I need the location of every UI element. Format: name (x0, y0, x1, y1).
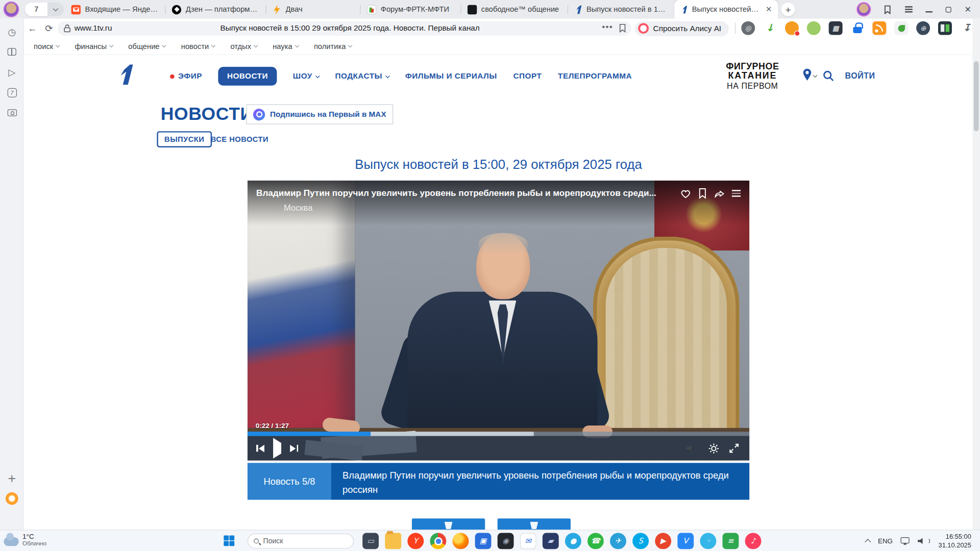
bookmark-folder-finansy[interactable]: финансы (75, 41, 112, 50)
orange-extension-icon[interactable] (785, 21, 799, 35)
bookmark-icon[interactable] (698, 188, 707, 199)
1tv-logo[interactable] (116, 64, 135, 86)
nav-filmy[interactable]: ФИЛЬМЫ И СЕРИАЛЫ (405, 72, 497, 81)
profile-avatar[interactable] (5, 3, 18, 16)
partial-blue-button-2[interactable] (498, 518, 571, 530)
play-button[interactable] (273, 443, 281, 454)
new-tab-button[interactable]: + (781, 3, 795, 16)
windows-start-button[interactable] (224, 535, 234, 546)
video-icon[interactable]: ▷ (0, 68, 24, 77)
rss-extension-icon[interactable] (872, 21, 886, 35)
playlist-icon[interactable] (732, 190, 741, 197)
figure-skating-promo[interactable]: ФИГУРНОЕ КАТАНИЕ НА ПЕРВОМ (716, 62, 789, 90)
video-headline[interactable]: Выпуск новостей в 15:00, 29 октября 2025… (248, 157, 749, 171)
notes-app-icon[interactable]: ≡ (723, 533, 739, 549)
nav-sport[interactable]: СПОРТ (513, 72, 542, 81)
news-counter[interactable]: Новость 5/8 (248, 463, 331, 499)
photos-app-icon[interactable]: ◉ (498, 533, 514, 549)
video-download-extension-icon[interactable]: ↓ (763, 21, 777, 35)
settings-gear-icon[interactable] (708, 443, 719, 454)
login-button[interactable]: ВОЙТИ (845, 71, 875, 81)
sprout-extension-icon[interactable] (807, 21, 821, 35)
mail-app-icon[interactable]: ✉ (520, 533, 536, 549)
grid-extension-icon[interactable]: ▦ (829, 21, 843, 35)
nav-efir[interactable]: ЭФИР (170, 72, 202, 81)
back-button[interactable]: ← (28, 23, 37, 34)
video-player[interactable]: Владимир Путин поручил увеличить уровень… (248, 181, 749, 461)
panels-extension-icon[interactable] (938, 21, 952, 35)
subscribe-max-button[interactable]: Подпишись на Первый в MAX (246, 104, 393, 124)
bookmark-folder-poisk[interactable]: поиск (34, 41, 59, 50)
nav-podkasty[interactable]: ПОДКАСТЫ (335, 72, 388, 81)
progress-bar[interactable] (248, 432, 749, 436)
tab-communication[interactable]: свободное™ общение (461, 0, 568, 19)
recorder-extension-icon[interactable]: ◎ (741, 21, 755, 35)
security-app-icon[interactable]: ▰ (543, 533, 559, 549)
whatsapp-icon[interactable]: ☎ (587, 533, 604, 549)
volume-tray-icon[interactable] (918, 538, 930, 544)
lock-icon[interactable] (64, 24, 70, 33)
next-button[interactable] (290, 444, 298, 452)
network-icon[interactable] (901, 537, 910, 543)
language-indicator[interactable]: ENG (878, 537, 893, 545)
vk-app-icon[interactable]: V (677, 533, 694, 549)
window-maximize-button[interactable] (946, 7, 951, 12)
nav-novosti-active[interactable]: НОВОСТИ (218, 67, 277, 86)
bookmark-folder-obschenie[interactable]: общение (128, 41, 165, 50)
location-pin-icon[interactable] (802, 68, 817, 82)
tab-yandex-mail[interactable]: Входящие — Яндекс Почт (65, 0, 165, 19)
player-app-icon[interactable]: ▶ (655, 533, 671, 549)
skype-icon[interactable]: S (632, 533, 649, 549)
tab-dzen[interactable]: Дзен — платформа для п (165, 0, 265, 19)
messenger-app-icon[interactable]: ● (565, 533, 581, 549)
like-icon[interactable] (680, 188, 691, 199)
history-icon[interactable]: ◷ (0, 28, 24, 37)
tab-dvach[interactable]: Двач (266, 0, 360, 19)
address-more-icon[interactable]: ••• (602, 21, 613, 32)
nav-teleprogramma[interactable]: ТЕЛЕПРОГРАММА (558, 72, 632, 81)
tray-expand-icon[interactable] (865, 539, 871, 545)
folder-icon[interactable] (385, 533, 401, 549)
previous-button[interactable] (256, 444, 264, 452)
window-close-button[interactable]: ✕ (965, 5, 971, 14)
save-app-icon[interactable]: ▣ (475, 533, 492, 549)
bookmark-page-icon[interactable] (619, 24, 626, 33)
globe-extension-icon[interactable]: ⊕ (916, 21, 930, 35)
downloads-tray-icon[interactable]: ↧ (960, 21, 974, 35)
screenshot-icon[interactable] (0, 109, 24, 116)
page-scrollbar[interactable] (972, 19, 980, 530)
partial-blue-button-1[interactable] (412, 518, 485, 530)
taskbar-search[interactable]: Поиск (248, 534, 354, 548)
bookmarks-panel-icon[interactable] (883, 5, 892, 14)
tab-1tv-news[interactable]: Выпуск новостей в 15:00 (568, 0, 674, 19)
tab-1tv-news-active[interactable]: Выпуск новостей в 15: ✕ (674, 0, 778, 19)
scrollbar-thumb[interactable] (974, 61, 979, 131)
share-icon[interactable] (714, 188, 725, 199)
tab-counter-chevron[interactable] (47, 3, 64, 16)
telegram-icon[interactable]: ✈ (610, 533, 626, 549)
leaf-extension-icon[interactable] (894, 21, 908, 35)
tab-group-icon[interactable]: 7 (0, 88, 24, 97)
tab-vse-novosti[interactable]: ВСЕ НОВОСТИ (211, 135, 268, 143)
bookmark-folder-novosti[interactable]: новости (181, 41, 215, 50)
boards-icon[interactable] (0, 48, 24, 56)
tab-forum[interactable]: Форум-ФРТК-МФТИ (361, 0, 461, 19)
sidebar-plus-icon[interactable]: + (0, 473, 24, 484)
bookmark-folder-otdyh[interactable]: отдых (230, 41, 257, 50)
fullscreen-icon[interactable] (729, 443, 740, 454)
bookmark-folder-politika[interactable]: политика (314, 41, 352, 50)
file-explorer-icon[interactable]: ▭ (362, 533, 379, 549)
sync-avatar[interactable] (857, 3, 870, 15)
tab-counter[interactable]: 7 (25, 3, 64, 16)
lock-extension-icon[interactable] (851, 21, 865, 35)
tray-clock[interactable]: 16:55:00 31.10.2025 (938, 533, 971, 549)
nav-shou[interactable]: ШОУ (293, 72, 319, 81)
drop-app-icon[interactable]: ◦ (700, 533, 716, 549)
window-minimize-button[interactable] (926, 11, 933, 12)
bookmark-folder-nauka[interactable]: наука (273, 41, 298, 50)
tab-counter-value[interactable]: 7 (25, 3, 47, 16)
firefox-icon[interactable] (453, 533, 469, 549)
yandex-browser-icon[interactable]: Y (407, 533, 424, 549)
music-app-icon[interactable]: ♪ (745, 533, 762, 549)
tab-close-icon[interactable]: ✕ (766, 5, 772, 14)
